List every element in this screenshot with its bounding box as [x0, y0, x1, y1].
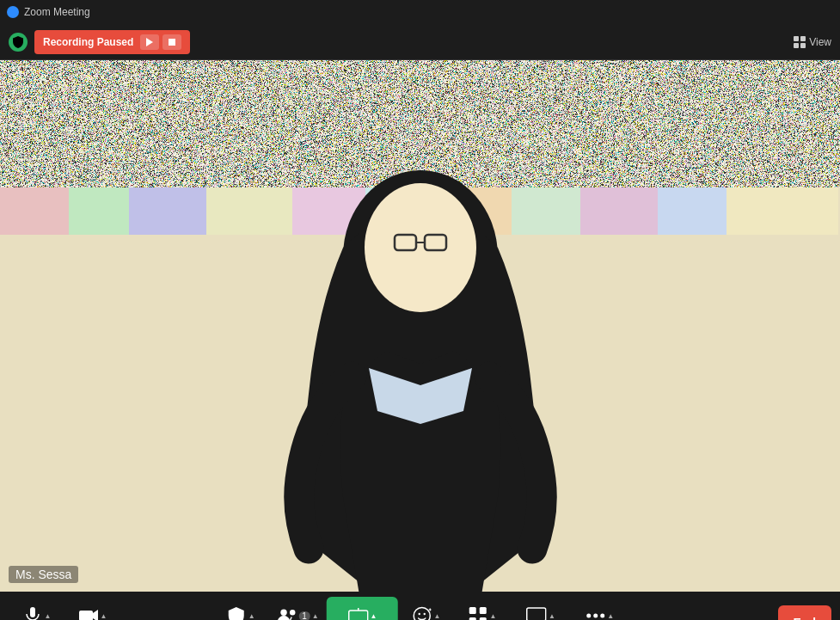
shield-icon [226, 605, 247, 620]
whiteboards-icon-group: ▲ [526, 605, 555, 620]
svg-point-3 [365, 183, 476, 312]
toolbar-center: ▲ Security 1 ▲ Participants [212, 597, 628, 620]
security-icon-group: ▲ [226, 605, 255, 620]
svg-point-31 [593, 614, 598, 618]
toolbar-right: End [778, 605, 831, 620]
reactions-button[interactable]: ▲ Reactions [398, 597, 454, 620]
video-icon-group: ▲ [78, 605, 107, 620]
security-status-icon [9, 33, 28, 52]
view-button[interactable]: View [794, 36, 831, 48]
svg-rect-23 [480, 607, 487, 614]
whiteboards-button[interactable]: ▲ Whiteboards [510, 597, 572, 620]
svg-point-18 [418, 613, 420, 615]
svg-rect-22 [469, 607, 476, 614]
apps-button[interactable]: ▲ Apps [454, 597, 510, 620]
stop-video-button[interactable]: ▲ Stop Video [64, 597, 120, 620]
share-chevron-icon: ▲ [370, 612, 377, 620]
app-icon [7, 6, 19, 18]
more-button[interactable]: ▲ More [572, 597, 628, 620]
security-chevron-icon: ▲ [248, 612, 255, 620]
more-icon-group: ▲ [585, 605, 614, 620]
svg-rect-7 [30, 607, 35, 617]
mute-chevron-icon: ▲ [45, 612, 52, 620]
title-bar: Zoom Meeting [0, 0, 840, 24]
participant-name-tag: Ms. Sessa [9, 566, 78, 583]
recording-controls [140, 34, 181, 50]
video-area: Ms. Sessa [0, 60, 840, 592]
whiteboards-chevron-icon: ▲ [549, 612, 555, 620]
control-bar: Recording Paused View [0, 24, 840, 60]
reactions-chevron-icon: ▲ [434, 612, 441, 620]
reactions-icon-group: ▲ [412, 605, 441, 620]
toolbar: ▲ Mute ▲ Stop Video [0, 592, 840, 620]
svg-rect-14 [348, 611, 367, 620]
svg-point-32 [600, 614, 604, 618]
participants-icon-group: 1 ▲ [276, 605, 318, 620]
participant-count: 1 [298, 611, 310, 621]
mute-button[interactable]: ▲ Mute [9, 597, 64, 620]
person-figure [0, 136, 840, 592]
view-grid-icon [794, 36, 806, 48]
participants-icon [276, 605, 297, 620]
svg-point-19 [423, 613, 425, 615]
microphone-icon [22, 605, 43, 620]
svg-point-17 [414, 608, 430, 621]
emoji-icon [412, 605, 432, 620]
end-button[interactable]: End [778, 605, 831, 620]
more-dots-icon [585, 605, 605, 620]
apps-icon-group: ▲ [468, 605, 497, 620]
mute-icon-group: ▲ [22, 605, 52, 620]
apps-icon [468, 605, 488, 620]
more-chevron-icon: ▲ [607, 612, 614, 620]
svg-rect-26 [527, 608, 546, 620]
svg-point-30 [586, 614, 591, 618]
share-icon-group: ▲ [347, 605, 377, 620]
svg-rect-1 [169, 39, 175, 46]
app-title: Zoom Meeting [24, 6, 90, 18]
share-screen-icon [347, 605, 368, 620]
apps-chevron-icon: ▲ [490, 612, 497, 620]
svg-marker-0 [146, 38, 153, 46]
recording-play-button[interactable] [140, 34, 159, 50]
recording-badge: Recording Paused [34, 30, 190, 54]
svg-marker-11 [93, 610, 98, 620]
toolbar-left: ▲ Mute ▲ Stop Video [9, 597, 120, 620]
participants-chevron-icon: ▲ [312, 612, 319, 620]
video-chevron-icon: ▲ [101, 612, 107, 620]
camera-icon [78, 605, 99, 620]
share-screen-button[interactable]: ▲ Share Screen [327, 597, 398, 620]
svg-point-12 [280, 610, 286, 616]
svg-rect-10 [79, 611, 93, 620]
recording-stop-button[interactable] [162, 34, 181, 50]
silhouette-svg [162, 136, 678, 592]
participants-button[interactable]: 1 ▲ Participants [268, 597, 326, 620]
security-button[interactable]: ▲ Security [212, 597, 268, 620]
whiteboard-icon [526, 605, 547, 620]
svg-point-13 [289, 610, 294, 615]
